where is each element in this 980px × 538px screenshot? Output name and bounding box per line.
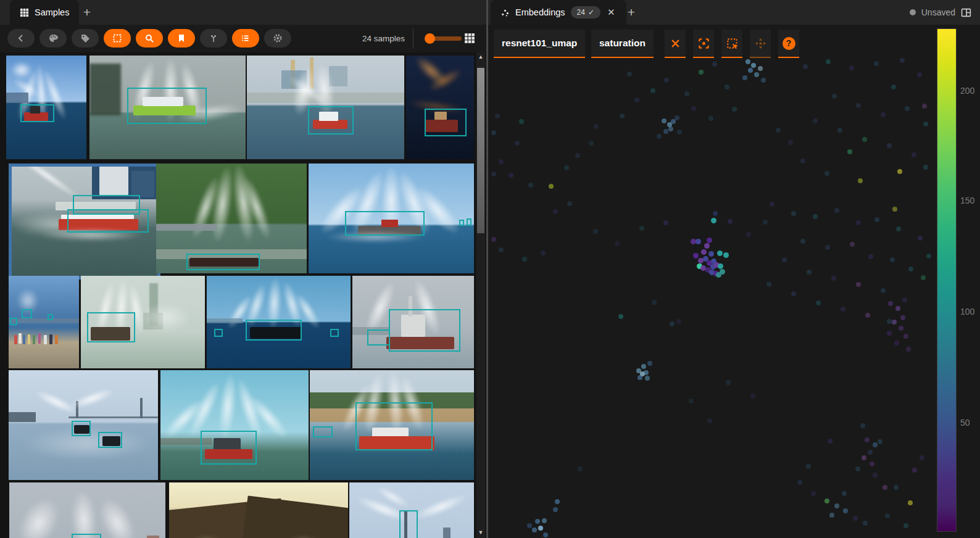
embedding-point[interactable] — [862, 455, 866, 460]
embedding-point[interactable] — [689, 399, 694, 404]
embedding-point[interactable] — [918, 236, 923, 241]
embedding-point[interactable] — [528, 183, 533, 188]
embedding-point[interactable] — [903, 523, 908, 528]
embedding-point[interactable] — [541, 250, 546, 255]
embedding-point[interactable] — [863, 521, 868, 526]
embedding-point-selected[interactable] — [696, 239, 701, 244]
embedding-point[interactable] — [713, 211, 718, 216]
embedding-point[interactable] — [684, 91, 689, 96]
sample-thumbnail-crowd-shore[interactable] — [9, 276, 79, 368]
embedding-point[interactable] — [900, 315, 905, 320]
tab-samples[interactable]: Samples — [10, 0, 79, 25]
embedding-point[interactable] — [828, 439, 833, 444]
sample-thumbnail-misty-spray[interactable] — [9, 482, 165, 538]
embedding-point-selected[interactable] — [723, 252, 729, 258]
embedding-point[interactable] — [732, 107, 737, 112]
deselect-button[interactable] — [665, 30, 686, 58]
grid-scrollbar[interactable]: ▲ ▼ — [476, 52, 485, 538]
embedding-point[interactable] — [499, 247, 504, 252]
embedding-point[interactable] — [834, 208, 839, 213]
embedding-point[interactable] — [763, 220, 768, 225]
embedding-point[interactable] — [824, 499, 829, 503]
sample-thumbnail-green-pilot-boat[interactable] — [89, 56, 246, 159]
embedding-point[interactable] — [645, 376, 650, 381]
embedding-point[interactable] — [791, 211, 796, 216]
zoom-to-points-button[interactable] — [693, 30, 714, 58]
embedding-point[interactable] — [892, 207, 897, 212]
embedding-point[interactable] — [858, 178, 863, 183]
embedding-point[interactable] — [843, 508, 848, 513]
embedding-point[interactable] — [891, 85, 896, 89]
embedding-point[interactable] — [770, 202, 774, 207]
embedding-point[interactable] — [535, 519, 540, 524]
embedding-point[interactable] — [902, 297, 907, 302]
embedding-point[interactable] — [657, 134, 662, 139]
sample-thumbnail-harbor-cranes[interactable] — [247, 56, 404, 159]
thumbnail-size-slider-knob[interactable] — [425, 33, 435, 44]
embedding-point[interactable] — [758, 66, 763, 71]
embedding-point[interactable] — [856, 220, 861, 225]
sort-by-similarity-button[interactable] — [200, 29, 227, 48]
embedding-point[interactable] — [923, 122, 928, 126]
embedding-point-selected[interactable] — [716, 272, 721, 278]
embedding-point[interactable] — [923, 165, 928, 170]
grid-view-icon[interactable] — [464, 33, 475, 44]
embedding-point[interactable] — [816, 300, 821, 305]
embedding-point[interactable] — [664, 78, 669, 83]
embedding-point[interactable] — [499, 159, 504, 164]
embedding-point[interactable] — [527, 523, 532, 528]
display-options-button[interactable] — [232, 29, 259, 48]
embedding-point[interactable] — [726, 380, 731, 385]
embedding-point[interactable] — [644, 370, 649, 375]
embedding-point[interactable] — [856, 282, 861, 287]
embedding-point-selected[interactable] — [717, 250, 723, 256]
embedding-point[interactable] — [639, 226, 644, 231]
embedding-point[interactable] — [491, 237, 496, 242]
embedding-point[interactable] — [888, 301, 893, 306]
add-panel-button-right[interactable]: + — [622, 0, 641, 25]
embedding-point[interactable] — [589, 141, 594, 146]
scroll-up-icon[interactable]: ▲ — [476, 54, 485, 60]
embedding-point[interactable] — [856, 103, 861, 108]
embedding-point[interactable] — [491, 172, 496, 176]
embedding-point[interactable] — [728, 219, 733, 224]
embedding-point[interactable] — [634, 97, 639, 102]
embedding-point[interactable] — [920, 455, 924, 460]
embedding-point[interactable] — [811, 491, 816, 496]
embedding-point[interactable] — [708, 116, 713, 121]
embedding-point-selected[interactable] — [718, 263, 723, 269]
settings-button[interactable] — [264, 29, 291, 48]
embedding-point[interactable] — [870, 461, 874, 466]
embedding-point[interactable] — [881, 288, 886, 293]
embedding-point[interactable] — [677, 130, 682, 134]
embedding-point[interactable] — [564, 165, 569, 170]
embedding-point[interactable] — [894, 485, 899, 490]
embedding-point[interactable] — [615, 241, 620, 246]
embedding-point[interactable] — [620, 114, 625, 118]
embedding-point[interactable] — [900, 58, 905, 63]
sample-thumbnail-fireboat-city-skyline[interactable] — [6, 56, 86, 159]
close-embeddings-icon[interactable]: ✕ — [606, 7, 617, 18]
embedding-point[interactable] — [917, 72, 922, 77]
embedding-point[interactable] — [691, 106, 696, 111]
embedding-point[interactable] — [887, 331, 892, 336]
embedding-point[interactable] — [847, 149, 852, 154]
embedding-point[interactable] — [868, 450, 873, 455]
embedding-point[interactable] — [895, 306, 900, 311]
embedding-point[interactable] — [542, 518, 547, 523]
workspace-layout-icon[interactable] — [961, 7, 971, 18]
embedding-point[interactable] — [897, 169, 902, 174]
embedding-point[interactable] — [522, 257, 527, 262]
embedding-point[interactable] — [578, 466, 583, 471]
embedding-point[interactable] — [908, 267, 913, 271]
embedding-point[interactable] — [637, 375, 642, 380]
embedding-point[interactable] — [538, 526, 543, 531]
embedding-point[interactable] — [670, 321, 675, 326]
embedding-point[interactable] — [903, 334, 908, 339]
help-button[interactable]: ? — [778, 30, 799, 58]
embeddings-scatter-plot[interactable] — [488, 25, 937, 538]
sample-thumbnail-sepia-vintage-plumes[interactable] — [169, 482, 348, 538]
embedding-point[interactable] — [921, 275, 926, 280]
back-button[interactable] — [7, 29, 35, 48]
embedding-point[interactable] — [707, 418, 712, 423]
